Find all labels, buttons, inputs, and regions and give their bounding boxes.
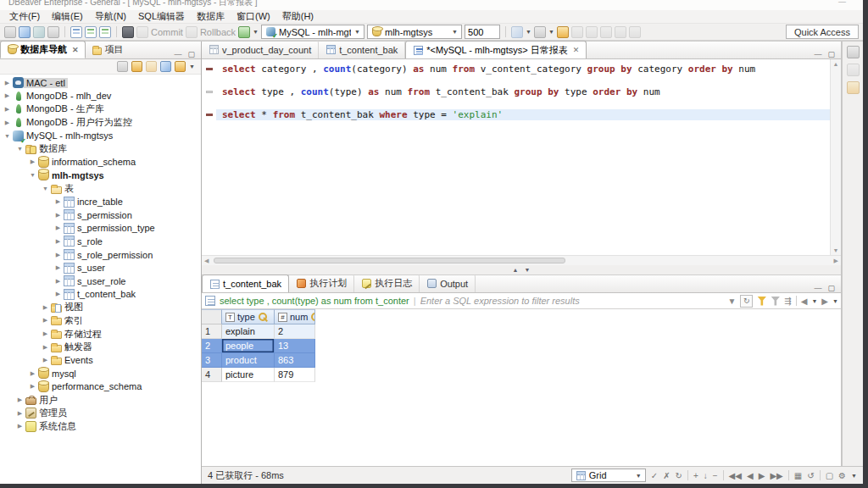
forward-dropdown-icon[interactable]: ▼ — [832, 298, 838, 304]
new-database-icon[interactable] — [131, 61, 142, 72]
filter-history-dropdown-icon[interactable]: ▼ — [727, 297, 736, 306]
tree-item-item[interactable]: ▼数据库 — [0, 142, 201, 156]
tree-item-item[interactable]: ▶用户 — [0, 393, 201, 407]
table-row[interactable]: 4picture879 — [202, 368, 841, 382]
scroll-down-icon[interactable]: ▼ — [833, 247, 839, 253]
grid-cell[interactable]: product — [222, 353, 275, 368]
new-sql-editor-icon[interactable] — [70, 26, 82, 38]
expand-arrow-icon[interactable]: ▶ — [53, 225, 63, 231]
tree-item-item[interactable]: ▶存储过程 — [0, 327, 201, 341]
column-header-type[interactable]: Ttype — [222, 309, 275, 324]
tree-item-mongodb[interactable]: ▶MongoDB - 生产库 — [0, 103, 201, 116]
database-combo[interactable]: mlh-mgtsys ▼ — [367, 25, 462, 39]
expand-arrow-icon[interactable]: ▶ — [15, 396, 25, 403]
expand-arrow-icon[interactable]: ▶ — [53, 252, 63, 258]
settings-dropdown-icon[interactable]: ▼ — [851, 473, 857, 479]
sash-up-icon[interactable]: ▲ — [513, 267, 519, 273]
reconnect-icon[interactable] — [47, 26, 59, 38]
expand-arrow-icon[interactable]: ▶ — [41, 357, 50, 363]
expand-arrow-icon[interactable]: ▶ — [53, 278, 63, 285]
expand-arrow-icon[interactable]: ▶ — [28, 370, 37, 377]
row-number-cell[interactable]: 2 — [202, 339, 222, 353]
table-row[interactable]: 2people13 — [202, 339, 841, 353]
menu-n[interactable]: 导航(N) — [89, 10, 132, 23]
fetch-size-input[interactable] — [465, 25, 500, 39]
next-row-icon[interactable]: ▶ — [759, 471, 765, 480]
tree-item-item[interactable]: ▶索引 — [0, 314, 201, 328]
tree-item-t-content-bak[interactable]: ▶t_content_bak — [0, 288, 201, 302]
duplicate-row-icon[interactable]: ↓ — [704, 471, 708, 480]
menu-f[interactable]: 文件(F) — [3, 10, 46, 23]
driver-manager-icon[interactable] — [122, 26, 134, 38]
collapse-arrow-icon[interactable]: ▼ — [41, 186, 50, 191]
editor-tab-mysql-mlh-mgtsys[interactable]: *<MySQL - mlh-mgtsys> 日常报表✕ — [405, 41, 587, 58]
row-number-cell[interactable]: 1 — [202, 324, 222, 339]
sql-line[interactable] — [202, 75, 830, 87]
connection-view-icon[interactable] — [117, 61, 128, 72]
script-dropdown-icon[interactable]: ▼ — [548, 29, 554, 35]
grid-cell[interactable]: explain — [222, 324, 275, 339]
tab-database-navigator[interactable]: 数据库导航 ✕ — [0, 41, 86, 58]
maximize-results-icon[interactable]: ▢ — [827, 284, 835, 292]
execute-dropdown-icon[interactable]: ▼ — [526, 29, 531, 35]
compare-data-icon[interactable] — [615, 26, 626, 38]
sql-code-area[interactable]: select category , count(category) as num… — [202, 59, 830, 255]
menu-h[interactable]: 帮助(H) — [276, 10, 320, 23]
grid-cell[interactable]: 2 — [275, 324, 315, 339]
connection-folder-icon[interactable] — [146, 61, 157, 72]
tree-item-item[interactable]: ▶视图 — [0, 301, 201, 314]
tree-item-mac-etl[interactable]: ▶MAC - etl — [0, 76, 201, 90]
filter-settings-icon[interactable]: ⇶ — [784, 297, 791, 306]
tree-item-performance-schema[interactable]: ▶performance_schema — [0, 380, 201, 394]
editor-tab-t-content-bak[interactable]: t_content_bak — [319, 41, 405, 58]
new-connection-icon[interactable] — [4, 26, 16, 38]
tree-item-item[interactable]: ▼表 — [0, 182, 201, 196]
row-number-cell[interactable]: 4 — [202, 368, 222, 382]
tree-item-information-schema[interactable]: ▶information_schema — [0, 156, 201, 169]
menu-e[interactable]: 编辑(E) — [46, 10, 89, 23]
last-row-icon[interactable]: ▶▶ — [770, 471, 782, 480]
maximize-editor-icon[interactable]: ▢ — [827, 50, 835, 58]
minimize-panel-icon[interactable]: — — [174, 50, 181, 58]
tree-item-s-role-permission[interactable]: ▶s_role_permission — [0, 248, 201, 262]
expand-arrow-icon[interactable]: ▶ — [41, 317, 50, 324]
first-row-icon[interactable]: ◀◀ — [729, 471, 742, 480]
connect-icon[interactable] — [19, 26, 31, 38]
reject-changes-icon[interactable]: ✗ — [663, 471, 670, 480]
tree-item-incre-table[interactable]: ▶incre_table — [0, 195, 201, 208]
collapse-arrow-icon[interactable]: ▼ — [28, 172, 37, 178]
clear-filter-icon[interactable] — [771, 297, 780, 306]
forward-icon[interactable]: ▶ — [821, 297, 828, 306]
tab-projects[interactable]: 项目 — [86, 41, 130, 58]
data-transfer-icon[interactable] — [629, 26, 641, 38]
explain-plan-icon[interactable] — [571, 26, 583, 38]
tree-item-mlh-mgtsys[interactable]: ▼mlh-mgtsys — [0, 169, 201, 182]
disconnect-icon[interactable] — [33, 26, 45, 38]
tree-item-mysql[interactable]: ▶mysql — [0, 367, 201, 380]
expand-arrow-icon[interactable]: ▶ — [28, 158, 37, 165]
tree-item-s-user-role[interactable]: ▶s_user_role — [0, 274, 201, 288]
restore-views-icon[interactable] — [847, 46, 860, 58]
expand-arrow-icon[interactable]: ▶ — [41, 330, 50, 337]
grid-cell[interactable]: picture — [222, 368, 275, 382]
minimize-results-icon[interactable]: — — [814, 284, 821, 292]
expand-arrow-icon[interactable]: ▶ — [3, 106, 12, 113]
commit-button[interactable]: Commit — [136, 26, 183, 38]
scrollbar-thumb[interactable] — [214, 258, 565, 263]
expand-arrow-icon[interactable]: ▶ — [3, 92, 12, 99]
execute-script-icon[interactable] — [534, 26, 546, 38]
fetch-all-icon[interactable]: ↺ — [807, 471, 814, 480]
analyze-query-icon[interactable] — [586, 26, 598, 38]
settings-gear-icon[interactable]: ⚙ — [838, 471, 846, 480]
scroll-left-icon[interactable]: ◀ — [204, 258, 209, 264]
expand-arrow-icon[interactable]: ▶ — [41, 344, 50, 351]
grid-cell[interactable]: people — [222, 339, 275, 353]
sash-down-icon[interactable]: ▼ — [525, 267, 531, 273]
back-dropdown-icon[interactable]: ▼ — [811, 298, 817, 304]
execute-sql-icon[interactable] — [557, 26, 569, 38]
menu-item[interactable]: 数据库 — [191, 10, 231, 23]
fetch-next-page-icon[interactable]: ▦ — [794, 471, 802, 480]
outline-view-icon[interactable] — [847, 64, 860, 76]
filter-input[interactable]: Enter a SQL expression to filter results — [420, 296, 724, 306]
expand-arrow-icon[interactable]: ▶ — [53, 238, 63, 245]
